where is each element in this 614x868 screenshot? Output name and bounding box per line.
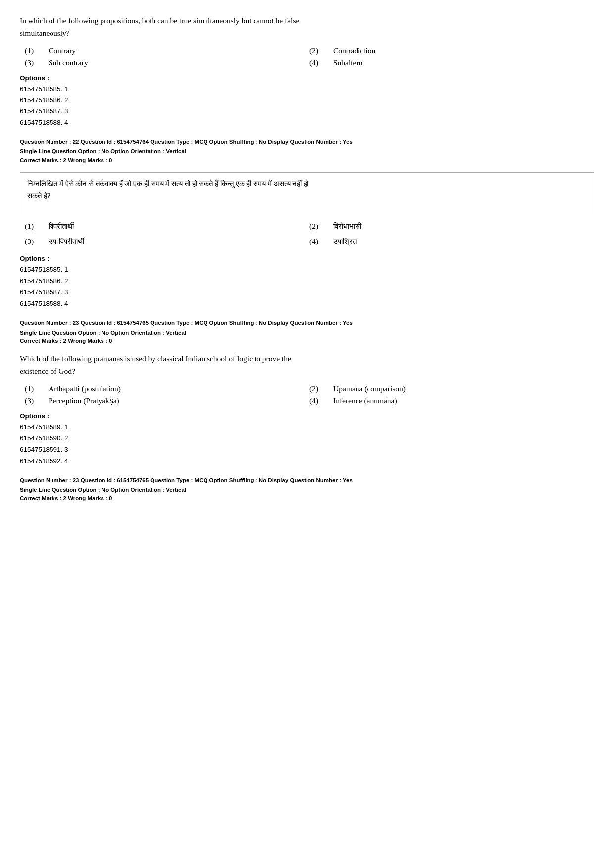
q23-top-marks: Correct Marks : 2 Wrong Marks : 0 [20, 338, 594, 344]
q23-meta-top-line1: Question Number : 23 Question Id : 61547… [20, 319, 594, 328]
q22-english-question: In which of the following propositions, … [20, 15, 594, 40]
hindi-option-2: (2) विरोधाभासी [309, 220, 594, 233]
q22-hindi-options-label: Options : [20, 255, 594, 262]
q22-hindi-options-grid: (1) विपरीतार्थी (2) विरोधाभासी (3) उप-वि… [25, 220, 594, 248]
q22-meta-line1: Question Number : 22 Question Id : 61547… [20, 138, 594, 146]
q22-meta-line2: Single Line Question Option : No Option … [20, 147, 594, 156]
q23-option-4: (4) Inference (anumāna) [309, 396, 594, 405]
q22-marks: Correct Marks : 2 Wrong Marks : 0 [20, 157, 594, 163]
q23-english-option-ids: 61547518589. 1 61547518590. 2 6154751859… [20, 422, 594, 467]
option-1: (1) Contrary [25, 47, 309, 55]
hindi-option-3: (3) उप-विपरीतार्थी [25, 236, 309, 248]
q22-hindi-section: निम्नलिखित में ऐसे कौन से तर्कवाक्य हैं … [20, 172, 594, 310]
q22-hindi-question: निम्नलिखित में ऐसे कौन से तर्कवाक्य हैं … [27, 178, 587, 202]
q22-hindi-option-ids: 61547518585. 1 61547518586. 2 6154751858… [20, 264, 594, 310]
q22-hindi-block: निम्नलिखित में ऐसे कौन से तर्कवाक्य हैं … [20, 172, 594, 215]
q23-option-1: (1) Arthāpatti (postulation) [25, 385, 309, 393]
q23-option-3: (3) Perception (Pratyakṣa) [25, 396, 309, 405]
q23-meta-top-section: Question Number : 23 Question Id : 61547… [20, 319, 594, 344]
q23-english-options-label: Options : [20, 412, 594, 420]
q22-english-options-grid: (1) Contrary (2) Contradiction (3) Sub c… [25, 47, 594, 67]
q22-english-option-ids: 61547518585. 1 61547518586. 2 6154751858… [20, 84, 594, 129]
q23-english-section: Which of the following pramānas is used … [20, 353, 594, 467]
q23-meta-bottom-line2: Single Line Question Option : No Option … [20, 486, 594, 495]
q22-english-options-label: Options : [20, 74, 594, 82]
q23-meta-bottom-line1: Question Number : 23 Question Id : 61547… [20, 476, 594, 485]
q22-meta-section: Question Number : 22 Question Id : 61547… [20, 138, 594, 163]
option-2: (2) Contradiction [309, 47, 594, 55]
q23-meta-top-line2: Single Line Question Option : No Option … [20, 329, 594, 338]
hindi-option-4: (4) उपाश्रित [309, 236, 594, 248]
q23-english-options-grid: (1) Arthāpatti (postulation) (2) Upamāna… [25, 385, 594, 405]
q23-option-2: (2) Upamāna (comparison) [309, 385, 594, 393]
q22-english-section: In which of the following propositions, … [20, 15, 594, 129]
option-3: (3) Sub contrary [25, 58, 309, 67]
q23-bottom-marks: Correct Marks : 2 Wrong Marks : 0 [20, 495, 594, 501]
q23-meta-bottom-section: Question Number : 23 Question Id : 61547… [20, 476, 594, 502]
option-4: (4) Subaltern [309, 58, 594, 67]
hindi-option-1: (1) विपरीतार्थी [25, 220, 309, 233]
q23-english-question: Which of the following pramānas is used … [20, 353, 594, 378]
